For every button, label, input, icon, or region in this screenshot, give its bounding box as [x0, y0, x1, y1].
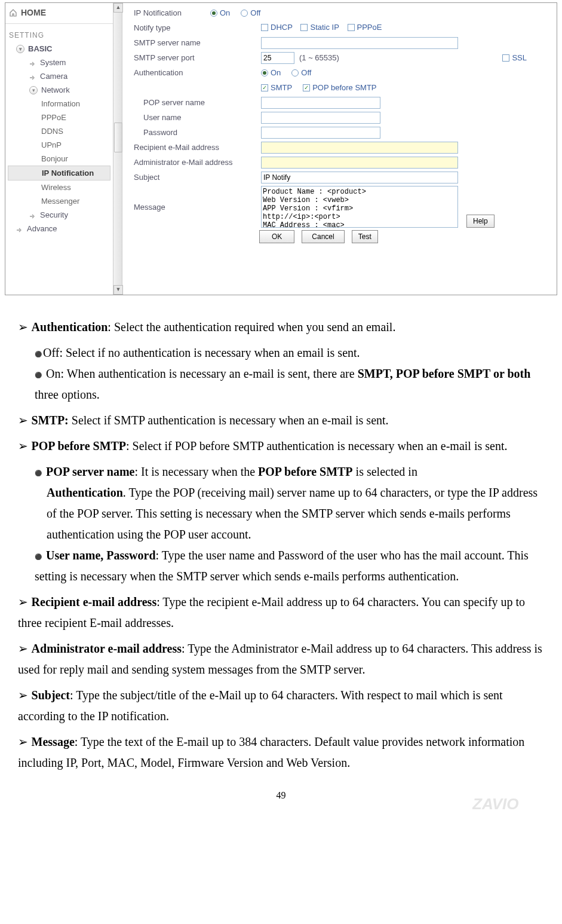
- dhcp-label: DHCP: [271, 23, 293, 32]
- nav-network-label: Network: [41, 85, 70, 94]
- nav-pppoe[interactable]: PPPoE: [5, 111, 113, 124]
- nav-ddns[interactable]: DDNS: [5, 124, 113, 138]
- notify-dhcp[interactable]: DHCP: [261, 23, 293, 32]
- password-input[interactable]: [261, 127, 380, 139]
- nav-wireless[interactable]: Wireless: [5, 180, 113, 194]
- popb4-text: : Select if POP before SMTP authenticati…: [126, 439, 507, 452]
- doc-auth-off: Off: Select if no authentication is nece…: [18, 342, 544, 363]
- nav-information[interactable]: Information: [5, 97, 113, 111]
- pop-before-smtp-label: POP before SMTP: [312, 83, 376, 92]
- msg-text: : Type the text of the E-mail up to 384 …: [18, 735, 524, 769]
- nav-messenger[interactable]: Messenger: [5, 194, 113, 208]
- radio-icon: [291, 69, 299, 77]
- test-button[interactable]: Test: [352, 230, 378, 243]
- bullet-icon: [29, 212, 36, 218]
- checkbox-icon: [348, 24, 355, 31]
- doc-pop-server: POP server name: It is necessary when th…: [18, 461, 544, 482]
- doc-pop-before-smtp: POP before SMTP: Select if POP before SM…: [18, 436, 544, 457]
- smtp-server-name-label: SMTP server name: [134, 38, 256, 47]
- auth-smtp-checkbox[interactable]: ✓SMTP: [261, 83, 292, 92]
- off-label: Off: [301, 68, 311, 77]
- auth-on-bold: SMPT, POP before SMPT or both: [358, 367, 531, 380]
- notify-pppoe[interactable]: PPPoE: [348, 23, 382, 32]
- doc-subject: Subject: Type the subject/title of the e…: [18, 685, 544, 727]
- on-label: On: [271, 68, 281, 77]
- nav-upnp[interactable]: UPnP: [5, 138, 113, 152]
- cancel-button[interactable]: Cancel: [302, 230, 344, 243]
- nav-home[interactable]: HOME: [5, 3, 113, 22]
- ssl-label: SSL: [512, 53, 527, 62]
- nav-bonjour[interactable]: Bonjour: [5, 152, 113, 166]
- smtp-server-name-input[interactable]: [261, 37, 458, 49]
- pop-server-name-input[interactable]: [261, 97, 380, 109]
- nav-security[interactable]: Security: [5, 208, 113, 222]
- scroll-down-icon[interactable]: ▼: [113, 285, 123, 295]
- user-name-input[interactable]: [261, 112, 380, 124]
- checkbox-checked-icon: ✓: [261, 84, 268, 91]
- popsrv-title: POP server name: [46, 465, 134, 478]
- doc-admin: Administrator e-mail address: Type the A…: [18, 638, 544, 680]
- nav-basic[interactable]: ▾ BASIC: [5, 42, 113, 56]
- nav-network[interactable]: ▾ Network: [5, 83, 113, 97]
- popsrv-t1: : It is necessary when the: [134, 465, 258, 478]
- password-label: Password: [134, 128, 256, 137]
- bullet-icon: [29, 74, 36, 79]
- off-label: Off: [250, 8, 260, 17]
- auth-off[interactable]: Off: [291, 68, 311, 77]
- nav-home-label: HOME: [21, 8, 46, 17]
- popb4-title: POP before SMTP: [32, 439, 127, 452]
- chevron-down-icon: ▾: [16, 45, 24, 53]
- smtp-server-port-input[interactable]: [261, 52, 294, 64]
- notify-static[interactable]: Static IP: [300, 23, 339, 32]
- bullet-icon: [16, 226, 23, 232]
- admin-title: Administrator e-mail address: [32, 642, 182, 655]
- admin-email-input[interactable]: [261, 157, 458, 169]
- on-label: On: [220, 8, 230, 17]
- radio-checked-icon: [261, 69, 268, 77]
- port-range: (1 ~ 65535): [299, 53, 339, 62]
- recipient-input[interactable]: [261, 142, 458, 154]
- nav-camera[interactable]: Camera: [5, 69, 113, 83]
- checkbox-icon: [300, 24, 308, 31]
- ssl-checkbox[interactable]: SSL: [502, 53, 527, 62]
- smtp-server-port-label: SMTP server port: [134, 53, 256, 62]
- sidebar-scrollbar[interactable]: ▲ ▼: [113, 3, 122, 295]
- auth-title: Authentication: [32, 320, 108, 334]
- ok-button[interactable]: OK: [259, 230, 294, 243]
- bullet-icon: [29, 60, 36, 66]
- ip-notif-off[interactable]: Off: [241, 8, 260, 17]
- ip-notif-label: IP Notification: [134, 8, 205, 17]
- nav-setting-header: SETTING: [5, 25, 113, 42]
- doc-authentication: Authentication: Select the authenticatio…: [18, 317, 544, 338]
- nav-advance[interactable]: Advance: [5, 222, 113, 235]
- chevron-down-icon: ▾: [29, 86, 38, 94]
- static-ip-label: Static IP: [310, 23, 339, 32]
- nav-system[interactable]: System: [5, 56, 113, 69]
- popsrv-b1: POP before SMTP: [258, 465, 353, 478]
- subject-input[interactable]: [261, 172, 458, 183]
- ip-notif-on[interactable]: On: [210, 8, 230, 17]
- doc-user-password: User name, Password: Type the user name …: [18, 545, 544, 587]
- scroll-up-icon[interactable]: ▲: [113, 3, 123, 13]
- recip-title: Recipient e-mail address: [32, 595, 157, 608]
- message-textarea[interactable]: [261, 186, 458, 228]
- popsrv-b2: Authentication: [47, 486, 123, 499]
- msg-title: Message: [32, 735, 75, 748]
- pop-server-name-label: POP server name: [134, 98, 256, 107]
- nav-system-label: System: [40, 58, 66, 67]
- message-label: Message: [134, 203, 256, 212]
- auth-on[interactable]: On: [261, 68, 281, 77]
- userpw-title: User name, Password: [46, 549, 156, 562]
- subject-label: Subject: [134, 173, 256, 182]
- auth-on-post: three options.: [35, 388, 100, 401]
- nav-ip-notification[interactable]: IP Notification: [8, 166, 110, 180]
- nav-advance-label: Advance: [27, 224, 57, 233]
- doc-smtp: SMTP: Select if SMTP authentication is n…: [18, 410, 544, 431]
- auth-pop-before-smtp-checkbox[interactable]: ✓POP before SMTP: [303, 83, 376, 92]
- subj-text: : Type the subject/title of the e-Mail u…: [18, 689, 503, 723]
- doc-recipient: Recipient e-mail address: Type the recip…: [18, 592, 544, 634]
- scroll-thumb[interactable]: [114, 123, 122, 152]
- sidebar: HOME SETTING ▾ BASIC System Camera ▾ Net…: [5, 3, 113, 295]
- help-button[interactable]: Help: [466, 215, 495, 228]
- user-name-label: User name: [134, 113, 256, 122]
